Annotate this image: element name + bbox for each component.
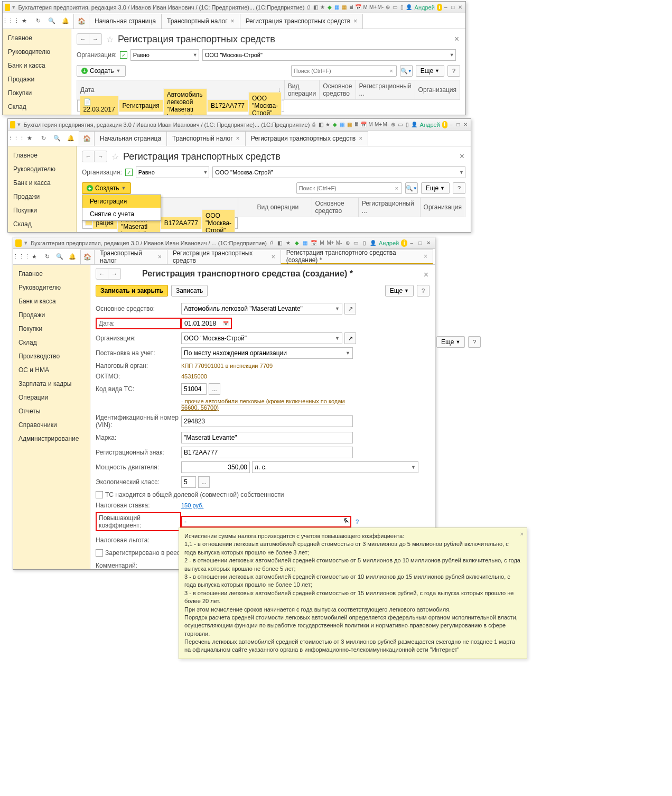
zoom-icon[interactable]: ⊕ (385, 3, 391, 12)
tab-home-page[interactable]: Начальная страница (89, 14, 162, 29)
help-button[interactable]: ? (453, 182, 465, 194)
code-note-link[interactable]: - прочие автомобили легковые (кроме вклю… (181, 398, 356, 411)
sidebar-item[interactable]: Руководителю (13, 281, 90, 294)
bell-icon[interactable]: 🔔 (65, 133, 77, 144)
dropdown-icon[interactable]: ▾ (16, 121, 22, 128)
m-minus-icon[interactable]: M- (382, 121, 389, 129)
save-close-button[interactable]: Записать и закрыть (96, 285, 168, 297)
tool-icon-4[interactable]: ▦ (301, 239, 309, 247)
search-button[interactable]: 🔍▼ (400, 65, 413, 77)
star-icon[interactable]: ★ (24, 133, 35, 144)
open-button[interactable]: ↗ (344, 332, 356, 344)
tab-transport-tax[interactable]: Транспортный налог× (161, 14, 240, 29)
panel2-icon[interactable]: ▯ (399, 3, 406, 12)
create-button[interactable]: Создать ▼ (82, 182, 131, 194)
more-button[interactable]: Еще ▼ (421, 182, 450, 194)
tab-home-page[interactable]: Начальная страница (94, 131, 167, 146)
tab-close-icon[interactable]: × (359, 135, 362, 142)
tab-close-icon[interactable]: × (272, 253, 275, 261)
col-operation[interactable]: Вид операции (284, 80, 320, 100)
page-close-icon[interactable]: × (454, 34, 459, 44)
m-icon[interactable]: M (318, 239, 326, 247)
tab-close-icon[interactable]: × (158, 253, 162, 261)
m-minus-icon[interactable]: M- (377, 3, 384, 12)
tab-home[interactable]: 🏠 (73, 14, 89, 29)
brand-input[interactable]: "Maserati Levante" (181, 432, 353, 443)
calendar-icon[interactable]: 📅 (223, 321, 229, 326)
tool-icon-2[interactable]: ★ (324, 121, 331, 129)
star-icon[interactable]: ★ (18, 15, 30, 27)
panel2-icon[interactable]: ▯ (404, 121, 411, 129)
nav-fwd-button[interactable]: → (89, 33, 102, 45)
sidebar-item-bank[interactable]: Банк и касса (3, 59, 71, 72)
minimize-button[interactable]: – (448, 121, 455, 129)
star-icon[interactable]: ★ (29, 251, 40, 263)
sidebar-item[interactable]: Покупки (13, 322, 90, 336)
zoom-icon[interactable]: ⊕ (390, 121, 397, 129)
col-asset[interactable]: Основное средство (312, 198, 358, 217)
tab-transport-tax[interactable]: Транспортный налог× (166, 131, 246, 146)
more-button-peek[interactable]: Еще ▼ (436, 336, 465, 348)
save-button[interactable]: Записать (171, 285, 208, 297)
tab-close-icon[interactable]: × (231, 17, 235, 25)
info-icon[interactable]: i (401, 239, 407, 247)
tool-icon-5[interactable]: ▦ (346, 121, 353, 129)
tool-icon-4[interactable]: ▦ (339, 121, 346, 129)
reg-select[interactable]: По месту нахождения организации▼ (181, 347, 353, 359)
menu-item-deregistration[interactable]: Снятие с учета (82, 208, 161, 220)
tool-icon[interactable]: ◧ (312, 3, 319, 12)
power-unit-select[interactable]: л. с.▼ (252, 461, 418, 473)
sidebar-item[interactable]: Зарплата и кадры (13, 377, 90, 391)
help-button[interactable]: ? (417, 285, 430, 297)
registered-checkbox[interactable] (96, 549, 103, 557)
tool-icon-3[interactable]: ◆ (332, 121, 339, 129)
sidebar-item[interactable]: Производство (13, 349, 90, 363)
more-button[interactable]: Еще ▼ (385, 285, 414, 297)
sidebar-item[interactable]: ОС и НМА (13, 363, 90, 377)
m-icon[interactable]: M (367, 121, 374, 129)
search-field[interactable] (297, 185, 392, 191)
m-minus-icon[interactable]: M- (335, 239, 343, 247)
history-icon[interactable]: ↻ (38, 133, 49, 144)
table-row[interactable]: 📄22.03.2017 Регистрация Автомобиль легко… (77, 100, 285, 112)
search-input[interactable]: × (291, 65, 397, 77)
tool-icon-4[interactable]: ▦ (333, 3, 340, 12)
col-regno[interactable]: Регистрационный ... (356, 80, 415, 100)
maximize-button[interactable]: □ (416, 239, 424, 247)
calendar-icon[interactable]: 📅 (355, 3, 362, 12)
search-icon[interactable]: 🔍 (46, 15, 58, 27)
sidebar-item-manager[interactable]: Руководителю (8, 162, 76, 176)
menu-item-registration[interactable]: Регистрация (82, 195, 161, 208)
org-select[interactable]: ООО "Москва-Строй"▼ (181, 332, 342, 344)
tab-home[interactable]: 🏠 (79, 131, 95, 146)
clear-icon[interactable]: × (392, 185, 402, 191)
nav-back-button[interactable]: ← (82, 151, 95, 162)
sidebar-item[interactable]: Администрирование (13, 432, 90, 446)
panel2-icon[interactable]: ▯ (360, 239, 368, 247)
minimize-button[interactable]: – (443, 3, 450, 12)
sidebar-item[interactable]: Отчеты (13, 404, 90, 418)
page-close-icon[interactable]: × (460, 152, 464, 161)
tool-icon-2[interactable]: ★ (284, 239, 292, 247)
dropdown-icon[interactable]: ▾ (23, 239, 29, 247)
close-button[interactable]: ✕ (425, 239, 433, 247)
minimize-button[interactable]: – (408, 239, 416, 247)
more-button[interactable]: Еще ▼ (416, 65, 444, 77)
col-org[interactable]: Организация (420, 198, 465, 217)
print-icon[interactable]: ⎙ (305, 3, 312, 12)
tab-close-icon[interactable]: × (424, 253, 427, 260)
org-checkbox[interactable]: ✓ (120, 51, 127, 59)
nav-back-button[interactable]: ← (77, 33, 89, 45)
sidebar-item-purchases[interactable]: Покупки (3, 86, 71, 100)
tab-registration[interactable]: Регистрация транспортных средств× (167, 249, 281, 264)
search-input[interactable]: × (296, 182, 402, 194)
sidebar-item[interactable]: Банк и касса (13, 294, 90, 308)
vin-input[interactable]: 294823 (181, 415, 353, 427)
sidebar-item[interactable]: Операции (13, 391, 90, 404)
m-icon[interactable]: M (362, 3, 369, 12)
page-close-icon[interactable]: × (424, 270, 428, 280)
sidebar-item-sales[interactable]: Продажи (8, 190, 76, 203)
maximize-button[interactable]: □ (450, 3, 456, 12)
dropdown-icon[interactable]: ▾ (11, 4, 16, 11)
filter-org-select[interactable]: ООО "Москва-Строй"▼ (202, 49, 456, 61)
